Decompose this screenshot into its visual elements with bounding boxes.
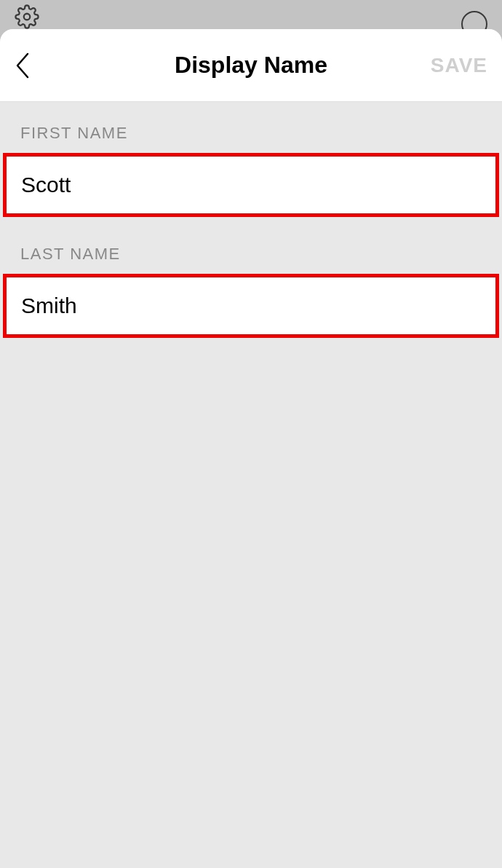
back-button[interactable] [15,51,44,80]
last-name-label: LAST NAME [0,245,502,274]
modal-sheet: Display Name SAVE FIRST NAME LAST NAME [0,29,502,868]
first-name-group: FIRST NAME [0,124,502,217]
svg-point-0 [24,14,31,20]
last-name-highlight [3,274,499,338]
page-title: Display Name [175,52,327,79]
save-button[interactable]: SAVE [431,54,487,77]
chevron-left-icon [15,52,31,79]
form-section: FIRST NAME LAST NAME [0,102,502,338]
first-name-label: FIRST NAME [0,124,502,153]
sheet-header: Display Name SAVE [0,29,502,102]
first-name-input[interactable] [7,157,495,213]
last-name-input[interactable] [7,277,495,334]
first-name-highlight [3,153,499,217]
gear-icon [15,4,39,32]
last-name-group: LAST NAME [0,245,502,338]
